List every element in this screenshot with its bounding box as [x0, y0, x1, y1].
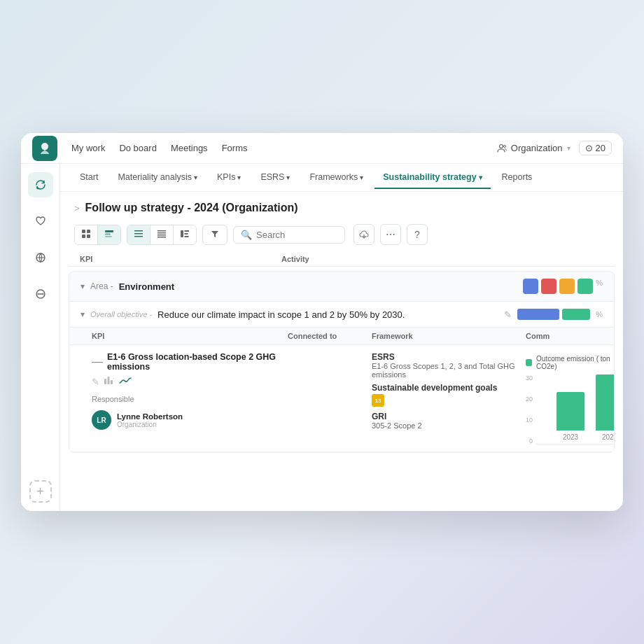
framework-esrs: ESRS E1-6 Gross Scopes 1, 2, 3 and Total…: [372, 352, 526, 379]
svg-rect-6: [82, 234, 85, 238]
avatar-row: LR Lynne Robertson Organization: [92, 410, 288, 430]
more-button[interactable]: ⋯: [380, 224, 401, 245]
avatar-name: Lynne Robertson: [117, 412, 183, 421]
year-label: 20: [596, 143, 606, 153]
tab-esrs[interactable]: ESRS▾: [252, 167, 298, 189]
y-label-30: 30: [526, 374, 533, 382]
chart-wrapper: 30 20 10 0 2023: [526, 374, 615, 444]
gri-title: GRI: [372, 412, 526, 421]
nav-my-work[interactable]: My work: [71, 140, 105, 156]
breadcrumb-arrow-icon: >: [74, 203, 80, 214]
layer-view-button[interactable]: [98, 225, 120, 244]
svg-text:13: 13: [375, 398, 382, 404]
col-header-activity: Activity: [253, 255, 393, 263]
bar-label-2024: 2024: [602, 433, 615, 441]
sidebar-icon-globe2[interactable]: [28, 281, 53, 307]
svg-rect-21: [185, 236, 189, 237]
objective-edit-icon[interactable]: ✎: [504, 309, 512, 320]
avatar-info: Lynne Robertson Organization: [117, 412, 183, 428]
table-area: KPI Activity ▾ Area - Environment: [60, 252, 623, 511]
main-area: + Start Materiality analysis▾ KPIs▾ ESRS…: [21, 164, 623, 511]
tab-sustainability-strategy[interactable]: Sustainability strategy▾: [374, 167, 490, 189]
tab-frameworks[interactable]: Frameworks▾: [301, 167, 372, 189]
obj-percent: %: [596, 310, 603, 318]
svg-rect-19: [185, 230, 190, 232]
sub-nav: Start Materiality analysis▾ KPIs▾ ESRS▾ …: [60, 164, 623, 192]
avatar-org: Organization: [117, 421, 183, 428]
color-badge-orange: [559, 279, 575, 294]
search-input[interactable]: [256, 230, 337, 240]
sidebar-icon-heart[interactable]: [28, 209, 53, 234]
svg-rect-11: [134, 230, 143, 232]
framework-cell: ESRS E1-6 Gross Scopes 1, 2, 3 and Total…: [372, 352, 526, 434]
kpi-table-header: KPI Connected to Framework Comm: [69, 328, 614, 345]
org-button[interactable]: Organization ▾: [496, 143, 570, 154]
bar-2023: [556, 392, 584, 430]
cloud-button[interactable]: [354, 224, 374, 245]
kpi-row-header: — E1-6 Gross location-based Scope 2 GHG …: [92, 352, 288, 372]
svg-rect-7: [87, 234, 90, 238]
area-chevron-icon: ▾: [80, 281, 85, 291]
framework-gri: GRI 305-2 Scope 2: [372, 412, 526, 430]
legend-dot: [526, 359, 532, 366]
area-header[interactable]: ▾ Area - Environment %: [69, 272, 614, 301]
kpi-trend-icon[interactable]: [119, 377, 132, 387]
color-badge-red: [541, 279, 556, 294]
logo[interactable]: [32, 136, 57, 161]
kpi-edit-icon[interactable]: ✎: [92, 377, 99, 387]
svg-rect-4: [82, 230, 85, 233]
svg-rect-20: [185, 233, 188, 234]
area-name: Environment: [119, 281, 174, 292]
year-badge[interactable]: ⊙ 20: [579, 141, 612, 155]
col-header-kpi: KPI: [80, 255, 253, 263]
svg-rect-14: [158, 230, 166, 232]
list-view-button-2[interactable]: [150, 225, 174, 244]
nav-meetings[interactable]: Meetings: [171, 140, 208, 156]
chart-cell: Outcome emission ( ton CO2e) 30 20 10 0: [526, 352, 615, 444]
kpi-col-connected: Connected to: [288, 332, 372, 340]
legend-label: Outcome emission ( ton CO2e): [536, 355, 615, 370]
list-view-button-1[interactable]: [127, 225, 150, 244]
avatar: LR: [92, 410, 111, 430]
nav-forms[interactable]: Forms: [222, 140, 248, 156]
list-view-button-3[interactable]: [174, 225, 196, 244]
top-nav-items: My work Do board Meetings Forms: [71, 140, 496, 156]
svg-rect-16: [158, 234, 166, 236]
tab-reports[interactable]: Reports: [493, 167, 541, 189]
list-button-group: [127, 225, 197, 245]
svg-rect-24: [111, 380, 113, 384]
kpi-col-framework: Framework: [372, 332, 526, 340]
kpi-col-kpi: KPI: [92, 332, 288, 340]
kpi-col-comm: Comm: [526, 332, 603, 340]
org-label: Organization: [511, 143, 563, 153]
table-header: KPI Activity: [69, 252, 615, 267]
bar-group-2024: 2024: [596, 374, 615, 441]
color-badge-blue: [523, 279, 538, 294]
svg-rect-18: [181, 230, 183, 237]
svg-rect-10: [105, 236, 112, 237]
objective-chevron-icon[interactable]: ▾: [80, 309, 85, 319]
obj-bar-green: [562, 309, 590, 320]
kpi-chart-icon[interactable]: [104, 376, 115, 388]
bar-group-2023: 2023: [556, 392, 584, 441]
sidebar-add-button[interactable]: +: [29, 480, 52, 503]
sidebar-icon-globe[interactable]: [28, 245, 53, 270]
org-chevron-icon: ▾: [567, 144, 570, 152]
help-button[interactable]: ?: [407, 224, 428, 245]
kpi-action-icons: ✎: [92, 376, 288, 388]
tab-start[interactable]: Start: [71, 167, 106, 189]
tab-kpis[interactable]: KPIs▾: [209, 167, 249, 189]
nav-do-board[interactable]: Do board: [119, 140, 156, 156]
grid-view-button[interactable]: [75, 225, 98, 244]
esrs-sub: E1-6 Gross Scopes 1, 2, 3 and Total GHG …: [372, 362, 526, 379]
objective-text: Reduce our climate impact in scope 1 and…: [158, 309, 498, 320]
filter-button[interactable]: [202, 225, 227, 245]
svg-rect-13: [134, 236, 143, 237]
sdg-title: Sustainable development goals: [372, 383, 526, 393]
bar-chart: 2023 2024: [536, 374, 615, 444]
esrs-title: ESRS: [372, 352, 526, 362]
objective-header: ▾ Overall objective - Reduce our climate…: [69, 302, 614, 328]
svg-rect-9: [105, 233, 111, 234]
sidebar-icon-refresh[interactable]: [28, 172, 53, 197]
tab-materiality[interactable]: Materiality analysis▾: [109, 167, 206, 189]
